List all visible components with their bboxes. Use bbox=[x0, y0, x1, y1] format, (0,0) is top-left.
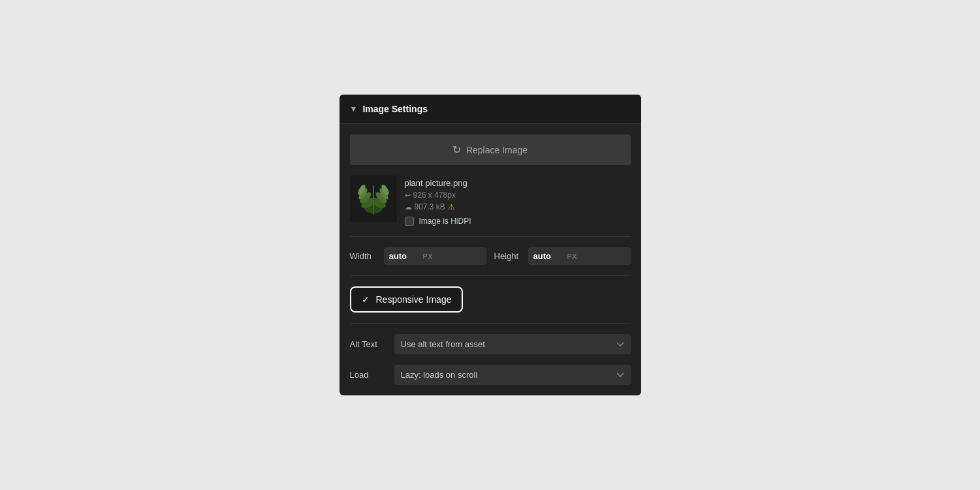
image-dimensions: ↩ 926 x 478px bbox=[405, 191, 471, 200]
responsive-image-button[interactable]: ✓ Responsive Image bbox=[350, 286, 464, 313]
width-label: Width bbox=[350, 251, 376, 261]
dimensions-row: Width PX Height PX bbox=[350, 247, 631, 265]
width-input[interactable] bbox=[384, 247, 423, 265]
image-details: plant picture.png ↩ 926 x 478px ☁ 907.3 … bbox=[405, 176, 471, 226]
width-unit: PX bbox=[423, 249, 439, 264]
hidpi-label: Image is HiDPI bbox=[419, 217, 471, 226]
panel-header: ▼ Image Settings bbox=[340, 95, 641, 124]
warning-icon: ⚠ bbox=[448, 202, 455, 211]
divider-3 bbox=[350, 323, 631, 324]
responsive-button-label: Responsive Image bbox=[376, 294, 452, 305]
panel-collapse-arrow[interactable]: ▼ bbox=[350, 104, 358, 114]
load-select[interactable]: Lazy: loads on scroll bbox=[394, 365, 631, 385]
replace-image-button[interactable]: ↻ Replace Image bbox=[350, 134, 631, 165]
replace-icon: ↻ bbox=[452, 144, 461, 156]
height-input[interactable] bbox=[528, 247, 567, 265]
image-thumbnail bbox=[350, 176, 397, 222]
width-input-group: PX bbox=[384, 247, 486, 265]
responsive-button-row: ✓ Responsive Image bbox=[350, 286, 631, 313]
load-label: Load bbox=[350, 370, 387, 380]
dimensions-value: 926 x 478px bbox=[413, 191, 456, 200]
divider-2 bbox=[350, 275, 631, 276]
panel-body: ↻ Replace Image bbox=[340, 124, 641, 395]
image-info: plant picture.png ↩ 926 x 478px ☁ 907.3 … bbox=[350, 176, 631, 226]
height-unit: PX bbox=[567, 249, 583, 264]
height-label: Height bbox=[494, 251, 520, 261]
divider-1 bbox=[350, 236, 631, 237]
image-filename: plant picture.png bbox=[405, 178, 471, 188]
alt-text-label: Alt Text bbox=[350, 339, 387, 349]
hidpi-row: Image is HiDPI bbox=[405, 217, 471, 226]
image-filesize: ☁ 907.3 kB ⚠ bbox=[405, 202, 471, 211]
panel-title: Image Settings bbox=[362, 104, 428, 114]
hidpi-checkbox[interactable] bbox=[405, 217, 414, 226]
alt-text-select[interactable]: Use alt text from asset bbox=[394, 334, 631, 354]
filesize-icon: ☁ bbox=[405, 203, 412, 211]
filesize-value: 907.3 kB bbox=[415, 202, 445, 211]
image-settings-panel: ▼ Image Settings ↻ Replace Image bbox=[340, 95, 641, 395]
replace-button-label: Replace Image bbox=[466, 145, 528, 155]
height-input-group: PX bbox=[528, 247, 631, 265]
load-row: Load Lazy: loads on scroll bbox=[350, 365, 631, 385]
alt-text-row: Alt Text Use alt text from asset bbox=[350, 334, 631, 354]
responsive-checkmark: ✓ bbox=[362, 294, 370, 305]
dimensions-icon: ↩ bbox=[405, 191, 411, 200]
